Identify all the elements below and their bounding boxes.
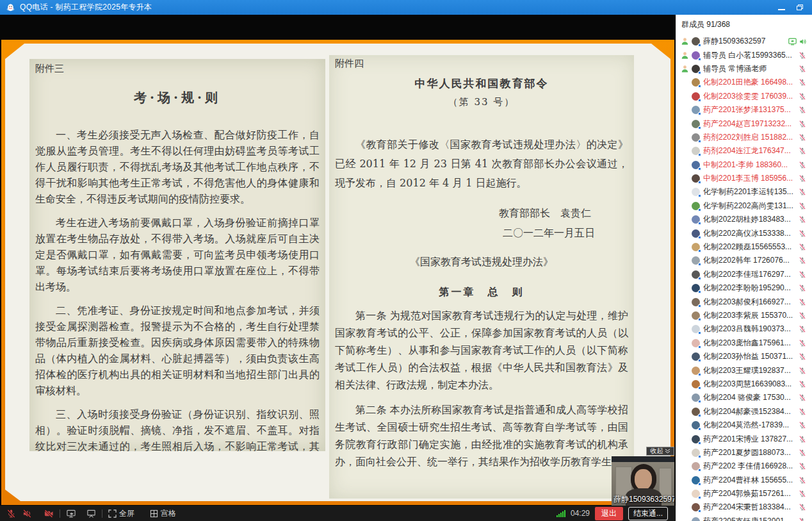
member-row[interactable]: 化制2203孙怡益 150371... [676, 350, 812, 363]
member-name: 化制2204 骆俊豪 17530... [703, 392, 796, 403]
exam-rules-title: 考·场·规·则 [35, 89, 320, 106]
whiteboard-button[interactable] [86, 509, 96, 518]
in-call-person-icon [681, 490, 692, 498]
shared-screen-stage: 附件三 考·场·规·则 一、考生必须接受无声入场检查、配合做好防疫工作，自觉服从… [0, 15, 676, 506]
double-chevron-down-icon [665, 449, 670, 454]
mobile-online-badge [698, 345, 701, 349]
member-row[interactable]: 化制2204 骆俊豪 17530... [676, 391, 812, 404]
member-row[interactable]: 辅导员 常博涵老师 [676, 62, 812, 76]
member-row[interactable]: 药产2201夏梦圆188073... [676, 446, 812, 459]
whiteboard-icon [86, 509, 96, 518]
member-name: 化制2201田艳豪 166498... [703, 77, 796, 88]
titlebar: QQ电话 - 制药工程学院2025年专升本 [0, 0, 812, 15]
mobile-online-badge [698, 304, 701, 308]
member-row[interactable]: 化制2202李佳瑶176297... [676, 268, 812, 281]
speaker-muted-button[interactable] [22, 509, 32, 518]
member-name: 药产2204曹祥林 155655... [703, 475, 796, 486]
member-row[interactable]: 化制2203王耀璞192837... [676, 363, 812, 377]
end-call-button[interactable]: 结束通... [628, 507, 668, 520]
member-row[interactable]: 化制2203周慧16639083... [676, 377, 812, 391]
camera-muted-button[interactable] [44, 509, 54, 518]
minimize-button[interactable] [778, 9, 785, 10]
member-list[interactable]: 薛静15093632597 [676, 35, 812, 521]
member-row[interactable]: 化制2203李紫辰 155370... [676, 309, 812, 322]
microphone-muted-button[interactable] [6, 509, 16, 518]
member-count-header: 群成员 91/368 [676, 15, 812, 34]
member-row[interactable]: 化制2022胡桂婷183483... [676, 213, 812, 226]
member-row[interactable]: 化学制药2202高尚雯131... [676, 199, 812, 213]
grid-icon [150, 509, 158, 518]
member-name: 化制2203吕魏韩190373... [703, 324, 796, 335]
screen-share-button[interactable] [66, 509, 76, 518]
avatar [692, 421, 700, 429]
member-row[interactable]: 化制2203徐雯雯 176039... [676, 90, 812, 103]
doc-paragraph: 二、凭准考证、身份证按规定时间和地点参加考试，并须接受金属探测器检查。报警提示为… [35, 302, 320, 399]
member-row[interactable]: 药产2202 李佳倩166928... [676, 459, 812, 473]
member-name: 化制2202李盼盼195290... [703, 283, 796, 294]
in-call-person-icon [681, 339, 692, 347]
member-row[interactable]: 药产2201宋博业 137827... [676, 432, 812, 445]
grid-label: 宫格 [161, 508, 176, 519]
mic-muted-icon [799, 202, 806, 210]
member-row[interactable]: 化制2202顾磊15565553... [676, 240, 812, 254]
member-row[interactable]: 化制2202韩年 1726076... [676, 254, 812, 267]
member-name: 化制2203孙怡益 150371... [703, 351, 796, 362]
screen-share-icon [66, 509, 76, 518]
member-row[interactable]: 药产2204曹祥林 155655... [676, 474, 812, 487]
member-row[interactable]: 中制2201-李帅 188360... [676, 158, 812, 172]
in-call-person-icon [681, 147, 692, 155]
mic-muted-icon [799, 229, 806, 238]
member-row[interactable]: 化制2204郝豪强152384... [676, 405, 812, 418]
mobile-online-badge [698, 468, 701, 472]
in-call-person-icon [681, 325, 692, 333]
member-row[interactable]: 药产2201张梦泽131375... [676, 103, 812, 117]
mobile-online-badge [698, 386, 701, 390]
in-call-person-icon [681, 161, 692, 169]
call-timer: 04:29 [571, 509, 590, 518]
member-row[interactable]: 药产2204赵言19713232... [676, 117, 812, 130]
restore-button[interactable] [797, 4, 803, 10]
collapse-video-button[interactable]: 收起 [646, 447, 674, 456]
in-call-person-icon [681, 380, 692, 388]
member-row[interactable]: 化制2202高仪冰153338... [676, 226, 812, 240]
exit-button[interactable]: 退出 [595, 507, 623, 520]
mobile-online-badge [698, 331, 701, 335]
avatar [692, 367, 700, 375]
member-row[interactable]: 化制2204莫浩然-17839... [676, 418, 812, 432]
member-name: 药剂2204连江龙176347... [703, 145, 796, 156]
mic-muted-icon [799, 298, 806, 306]
member-row[interactable]: 化制2203吕魏韩190373... [676, 322, 812, 336]
avatar [692, 78, 700, 87]
member-row[interactable]: 药剂2204连江龙176347... [676, 144, 812, 158]
grid-view-button[interactable]: 宫格 [150, 508, 176, 519]
member-row[interactable]: 药剂2202刘胜启 151882... [676, 131, 812, 144]
in-call-person-icon [681, 65, 692, 73]
mobile-online-badge [698, 85, 701, 88]
member-row[interactable]: 药产2204宋秉哲183384... [676, 500, 812, 514]
avatar [692, 490, 700, 498]
member-row[interactable]: 化学制药2201李运转135... [676, 185, 812, 199]
member-name: 化制2204莫浩然-17839... [703, 420, 796, 431]
mobile-online-badge [698, 99, 701, 102]
self-video-thumbnail[interactable]: 薛静15093632597 [612, 456, 674, 506]
member-row[interactable]: 化制2202李盼盼195290... [676, 281, 812, 295]
member-row[interactable]: 薛静15093632597 [676, 35, 812, 48]
member-row[interactable]: 化制2203庞怡鑫175961... [676, 336, 812, 350]
in-call-person-icon [681, 435, 692, 443]
avatar [692, 65, 700, 73]
speaking-audio-icon [799, 38, 806, 45]
mobile-online-badge [698, 181, 701, 184]
member-row[interactable]: 辅导员 白小茗15993365... [676, 48, 812, 62]
fullscreen-button[interactable]: 全屏 [108, 508, 134, 519]
mic-muted-icon [799, 215, 806, 224]
member-row[interactable]: 药产2204郭焕茹157261... [676, 487, 812, 500]
window-title: QQ电话 - 制药工程学院2025年专升本 [20, 2, 152, 13]
avatar [692, 298, 700, 306]
member-name: 化制2022胡桂婷183483... [703, 214, 796, 225]
member-row[interactable]: 中制2201李玉博 185956... [676, 172, 812, 185]
mic-muted-icon [799, 133, 806, 142]
member-row[interactable]: 药产2205支钰康152001... [676, 515, 812, 521]
member-row[interactable]: 化制2203郝俊利166927... [676, 295, 812, 308]
document-page-right: 附件四 中华人民共和国教育部令 （第 33 号） 《教育部关于修改〈国家教育考试… [329, 55, 634, 499]
member-row[interactable]: 化制2201田艳豪 166498... [676, 76, 812, 89]
